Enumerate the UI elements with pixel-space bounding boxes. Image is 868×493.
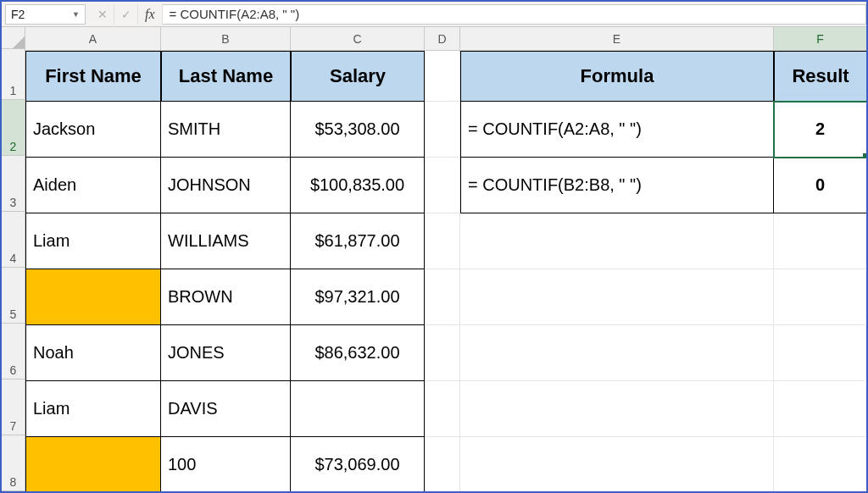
cell-C5[interactable]: $97,321.00 (291, 269, 425, 325)
row-header-4[interactable]: 4 (2, 212, 25, 268)
row-header-8[interactable]: 8 (2, 435, 25, 491)
cell-C6[interactable]: $86,632.00 (291, 325, 425, 381)
cancel-icon[interactable]: ✕ (91, 4, 114, 25)
row-header-5[interactable]: 5 (2, 268, 25, 324)
cell-C8[interactable]: $73,069.00 (291, 437, 425, 493)
column-header-B[interactable]: B (161, 27, 291, 51)
grid-body[interactable]: First NameLast NameSalaryFormulaResultJa… (25, 51, 867, 493)
cell-B2[interactable]: SMITH (161, 102, 291, 158)
cell-B3[interactable]: JOHNSON (161, 158, 291, 213)
cell-C2[interactable]: $53,308.00 (291, 102, 425, 158)
cell-A8[interactable] (25, 437, 161, 493)
cell-A3[interactable]: Aiden (25, 158, 161, 213)
cell-D4[interactable] (425, 213, 460, 269)
row-header-6[interactable]: 6 (2, 324, 25, 379)
cell-E4[interactable] (460, 213, 774, 269)
formula-input-value: = COUNTIF(A2:A8, " ") (170, 7, 300, 21)
cell-B6[interactable]: JONES (161, 325, 291, 381)
cell-F3[interactable]: 0 (774, 158, 867, 213)
name-box-value: F2 (11, 8, 25, 21)
cell-A2[interactable]: Jackson (25, 102, 161, 158)
cell-E6[interactable] (460, 325, 774, 381)
name-box[interactable]: F2 ▼ (5, 4, 86, 25)
header-result[interactable]: Result (774, 51, 867, 102)
cell-D6[interactable] (425, 325, 460, 381)
cell-D1[interactable] (425, 51, 460, 102)
cell-F4[interactable] (774, 213, 867, 269)
cell-D5[interactable] (425, 269, 460, 325)
cell-D3[interactable] (425, 158, 460, 213)
column-header-E[interactable]: E (460, 27, 774, 51)
cell-C7[interactable] (291, 381, 425, 437)
formula-bar-buttons: ✕ ✓ fx (91, 4, 163, 25)
cell-B7[interactable]: DAVIS (161, 381, 291, 437)
column-header-C[interactable]: C (291, 27, 425, 51)
cell-E7[interactable] (460, 381, 774, 437)
cell-E5[interactable] (460, 269, 774, 325)
cell-B8[interactable]: 100 (161, 437, 291, 493)
cell-E8[interactable] (460, 437, 774, 493)
cell-D2[interactable] (425, 102, 460, 158)
column-header-A[interactable]: A (25, 27, 161, 51)
cell-A7[interactable]: Liam (25, 381, 161, 437)
cell-B5[interactable]: BROWN (161, 269, 291, 325)
cell-D7[interactable] (425, 381, 460, 437)
cell-F2[interactable]: 2 (774, 102, 867, 158)
column-header-D[interactable]: D (425, 27, 460, 51)
cell-A5[interactable] (25, 269, 161, 325)
cell-C3[interactable]: $100,835.00 (291, 158, 425, 213)
cell-A4[interactable]: Liam (25, 213, 161, 269)
chevron-down-icon[interactable]: ▼ (72, 10, 80, 19)
cell-E3[interactable]: = COUNTIF(B2:B8, " ") (460, 158, 774, 213)
fx-icon[interactable]: fx (138, 4, 163, 25)
cell-F7[interactable] (774, 381, 867, 437)
cell-C4[interactable]: $61,877.00 (291, 213, 425, 269)
row-headers: 12345678 (2, 27, 25, 491)
cell-F6[interactable] (774, 325, 867, 381)
column-header-F[interactable]: F (774, 27, 867, 51)
header-formula[interactable]: Formula (460, 51, 774, 102)
cell-F5[interactable] (774, 269, 867, 325)
formula-input[interactable]: = COUNTIF(A2:A8, " ") (163, 4, 866, 25)
enter-icon[interactable]: ✓ (114, 4, 138, 25)
header-first-name[interactable]: First Name (25, 51, 161, 102)
formula-bar: F2 ▼ ✕ ✓ fx = COUNTIF(A2:A8, " ") (2, 2, 866, 27)
cell-A6[interactable]: Noah (25, 325, 161, 381)
row-header-2[interactable]: 2 (2, 100, 25, 156)
row-header-1[interactable]: 1 (2, 49, 25, 100)
column-headers: ABCDEF (25, 27, 867, 51)
select-all-corner[interactable] (2, 27, 25, 49)
svg-marker-0 (13, 36, 25, 48)
cell-D8[interactable] (425, 437, 460, 493)
cell-E2[interactable]: = COUNTIF(A2:A8, " ") (460, 102, 774, 158)
cell-B4[interactable]: WILLIAMS (161, 213, 291, 269)
row-header-3[interactable]: 3 (2, 156, 25, 212)
spreadsheet-grid: 12345678 ABCDEF First NameLast NameSalar… (2, 27, 866, 491)
row-header-7[interactable]: 7 (2, 379, 25, 435)
header-salary[interactable]: Salary (291, 51, 425, 102)
header-last-name[interactable]: Last Name (161, 51, 291, 102)
cell-F8[interactable] (774, 437, 867, 493)
